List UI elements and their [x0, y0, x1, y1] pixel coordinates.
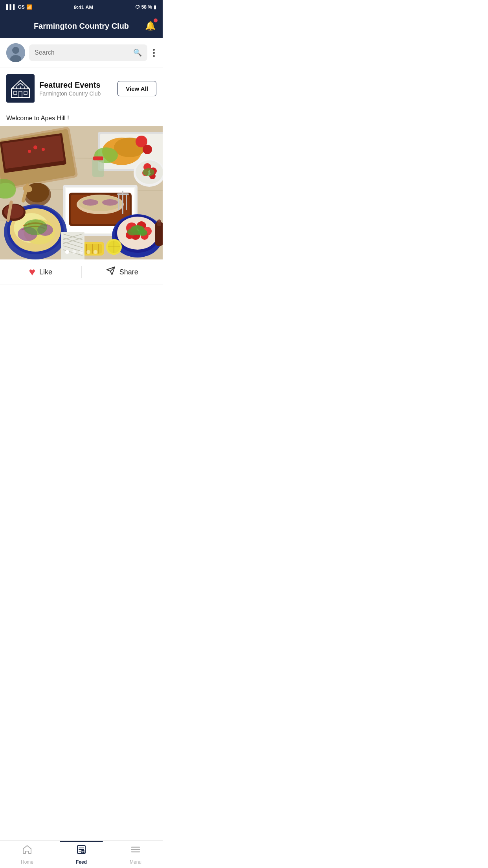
svg-rect-6 — [24, 91, 27, 94]
svg-rect-5 — [19, 91, 22, 97]
carrier-label: GS — [18, 4, 25, 10]
view-all-button[interactable]: View All — [117, 81, 156, 96]
svg-rect-39 — [126, 195, 127, 210]
svg-point-46 — [143, 145, 152, 154]
svg-point-65 — [24, 219, 47, 235]
more-options-button[interactable] — [151, 47, 156, 59]
svg-rect-40 — [117, 193, 129, 195]
signal-bars: ▌▌▌ — [6, 4, 17, 10]
svg-point-76 — [127, 228, 138, 235]
heart-icon: ♥ — [29, 266, 35, 278]
featured-subtitle: Farmington Country Club — [39, 90, 101, 97]
carousel-dot-4[interactable] — [86, 250, 90, 254]
time-display: 9:41 AM — [74, 4, 93, 10]
svg-point-1 — [12, 47, 19, 54]
search-input[interactable] — [35, 49, 130, 56]
search-icon: 🔍 — [133, 48, 142, 57]
signal-area: ▌▌▌ GS 📶 — [6, 4, 32, 10]
svg-point-23 — [42, 148, 45, 151]
svg-rect-4 — [14, 91, 17, 94]
battery-icon: ▮ — [154, 4, 156, 10]
svg-point-100 — [4, 204, 24, 219]
svg-point-21 — [33, 145, 37, 149]
svg-point-36 — [102, 199, 118, 206]
carousel-dot-1[interactable] — [65, 250, 69, 254]
like-button[interactable]: ♥ Like — [0, 266, 82, 278]
carousel-dot-3[interactable] — [79, 250, 83, 254]
avatar-image — [6, 43, 25, 62]
battery-percent: 58 % — [141, 4, 152, 10]
svg-rect-3 — [11, 89, 29, 97]
avatar-svg — [6, 43, 25, 62]
share-button[interactable]: Share — [82, 266, 163, 278]
food-image-container — [0, 126, 163, 259]
dot-1 — [153, 49, 155, 51]
wifi-icon: 📶 — [26, 4, 32, 10]
svg-rect-57 — [93, 156, 103, 160]
carousel-dots — [65, 250, 97, 254]
featured-text: Featured Events Farmington Country Club — [39, 81, 101, 97]
carousel-dot-2[interactable] — [72, 250, 76, 254]
featured-events-section: Featured Events Farmington Country Club … — [0, 68, 163, 109]
avatar[interactable] — [6, 43, 25, 62]
dot-2 — [153, 52, 155, 54]
dot-3 — [153, 55, 155, 57]
search-input-container[interactable]: 🔍 — [29, 44, 147, 61]
featured-left: Featured Events Farmington Country Club — [6, 74, 101, 103]
club-logo — [6, 74, 35, 103]
club-logo-svg — [10, 78, 31, 99]
svg-rect-38 — [118, 195, 119, 210]
svg-point-77 — [138, 230, 147, 236]
share-label: Share — [119, 268, 138, 276]
welcome-text: Welcome to Apes Hill ! — [0, 109, 163, 126]
food-image-svg — [0, 126, 163, 259]
status-bar: ▌▌▌ GS 📶 9:41 AM 🔿 58 % ▮ — [0, 0, 163, 14]
svg-point-54 — [143, 168, 154, 176]
svg-point-35 — [83, 199, 98, 206]
carousel-dot-5[interactable] — [94, 250, 97, 254]
svg-point-22 — [28, 150, 31, 153]
app-title: Farmington Country Club — [34, 22, 129, 31]
bell-icon: 🔔 — [145, 21, 156, 31]
bluetooth-icon: 🔿 — [135, 4, 140, 10]
search-area: 🔍 — [0, 38, 163, 68]
battery-area: 🔿 58 % ▮ — [135, 4, 156, 10]
svg-rect-98 — [158, 219, 160, 223]
share-icon — [106, 266, 116, 278]
action-bar: ♥ Like Share — [0, 259, 163, 285]
notification-badge — [154, 18, 158, 22]
app-header: Farmington Country Club 🔔 — [0, 14, 163, 38]
like-label: Like — [39, 268, 52, 276]
featured-title: Featured Events — [39, 81, 101, 90]
notification-bell-button[interactable]: 🔔 — [144, 20, 156, 32]
